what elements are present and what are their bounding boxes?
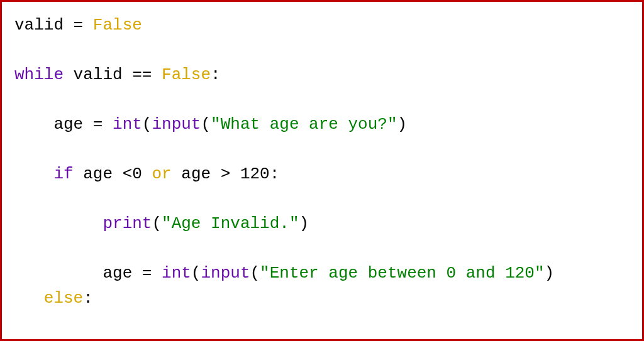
code-line: while valid == False:: [14, 65, 221, 84]
code-line: if age <0 or age > 120:: [14, 165, 279, 183]
fn-input: input: [201, 264, 250, 283]
code-line: valid = False: [14, 16, 142, 35]
code-line: age = int(input("What age are you?"): [14, 115, 407, 134]
string-literal: "Age Invalid.": [162, 214, 299, 233]
fn-int: int: [113, 115, 142, 134]
keyword-while: while: [14, 65, 64, 84]
fn-int: int: [162, 264, 191, 283]
code-line: age = int(input("Enter age between 0 and…: [14, 264, 554, 283]
fn-print: print: [103, 214, 152, 233]
keyword-or: or: [152, 165, 171, 183]
string-literal: "Enter age between 0 and 120": [260, 264, 544, 283]
code-block: valid = False while valid == False: age …: [0, 0, 644, 341]
code-line: print("Age Invalid."): [14, 214, 309, 233]
keyword-false: False: [162, 65, 211, 84]
code-line: valid = True: [14, 338, 172, 341]
code-line: else:: [14, 289, 93, 308]
keyword-false: False: [93, 16, 142, 35]
keyword-else: else: [44, 289, 83, 308]
keyword-true: True: [132, 338, 171, 341]
keyword-if: if: [53, 165, 73, 183]
string-literal: "What age are you?": [211, 115, 397, 134]
fn-input: input: [152, 115, 201, 134]
